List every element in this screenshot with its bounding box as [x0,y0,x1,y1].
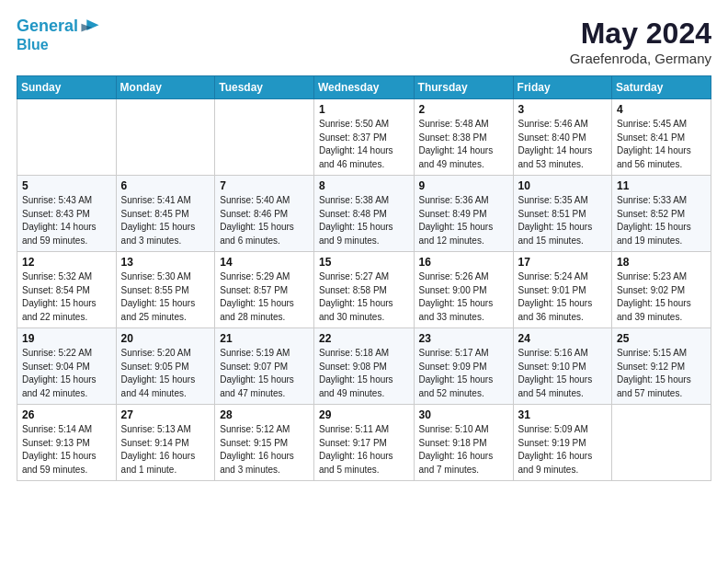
calendar-cell: 17Sunrise: 5:24 AM Sunset: 9:01 PM Dayli… [513,252,611,328]
calendar-cell: 12Sunrise: 5:32 AM Sunset: 8:54 PM Dayli… [17,252,117,328]
day-number: 19 [22,332,111,345]
calendar-cell: 15Sunrise: 5:27 AM Sunset: 8:58 PM Dayli… [314,252,415,328]
calendar-cell: 20Sunrise: 5:20 AM Sunset: 9:05 PM Dayli… [116,328,215,405]
day-number: 1 [319,103,409,116]
calendar-day-header: Thursday [414,76,513,99]
title-block: May 2024 Graefenroda, Germany [570,17,711,66]
calendar-day-header: Saturday [612,76,711,99]
day-info: Sunrise: 5:24 AM Sunset: 9:01 PM Dayligh… [518,270,607,324]
calendar-cell: 18Sunrise: 5:23 AM Sunset: 9:02 PM Dayli… [612,252,711,328]
day-info: Sunrise: 5:41 AM Sunset: 8:45 PM Dayligh… [121,194,210,247]
day-number: 16 [419,256,508,269]
calendar-cell: 26Sunrise: 5:14 AM Sunset: 9:13 PM Dayli… [17,405,117,481]
day-number: 22 [319,332,409,345]
day-number: 23 [419,332,508,345]
logo-text: General [17,17,78,36]
calendar-cell [116,99,215,176]
calendar-cell: 6Sunrise: 5:41 AM Sunset: 8:45 PM Daylig… [116,176,215,252]
calendar: SundayMondayTuesdayWednesdayThursdayFrid… [17,75,711,481]
calendar-cell: 19Sunrise: 5:22 AM Sunset: 9:04 PM Dayli… [17,328,117,405]
day-info: Sunrise: 5:16 AM Sunset: 9:10 PM Dayligh… [518,347,607,400]
calendar-cell: 29Sunrise: 5:11 AM Sunset: 9:17 PM Dayli… [314,405,415,481]
logo-icon [80,17,100,37]
day-info: Sunrise: 5:48 AM Sunset: 8:38 PM Dayligh… [419,118,508,171]
day-info: Sunrise: 5:14 AM Sunset: 9:13 PM Dayligh… [22,423,111,477]
calendar-cell: 3Sunrise: 5:46 AM Sunset: 8:40 PM Daylig… [513,99,611,176]
day-number: 10 [518,179,607,192]
day-info: Sunrise: 5:15 AM Sunset: 9:12 PM Dayligh… [617,347,706,400]
day-info: Sunrise: 5:19 AM Sunset: 9:07 PM Dayligh… [220,347,309,400]
calendar-cell: 1Sunrise: 5:50 AM Sunset: 8:37 PM Daylig… [314,99,415,176]
logo: General Blue [17,17,100,53]
day-number: 30 [419,408,508,421]
day-number: 13 [121,256,210,269]
calendar-cell: 4Sunrise: 5:45 AM Sunset: 8:41 PM Daylig… [612,99,711,176]
calendar-cell: 16Sunrise: 5:26 AM Sunset: 9:00 PM Dayli… [414,252,513,328]
day-number: 28 [220,408,309,421]
day-number: 15 [319,256,409,269]
calendar-cell: 21Sunrise: 5:19 AM Sunset: 9:07 PM Dayli… [215,328,314,405]
location: Graefenroda, Germany [570,51,711,66]
day-info: Sunrise: 5:43 AM Sunset: 8:43 PM Dayligh… [22,194,111,247]
day-info: Sunrise: 5:33 AM Sunset: 8:52 PM Dayligh… [617,194,706,247]
calendar-cell: 11Sunrise: 5:33 AM Sunset: 8:52 PM Dayli… [612,176,711,252]
day-info: Sunrise: 5:11 AM Sunset: 9:17 PM Dayligh… [319,423,409,477]
day-number: 5 [22,179,111,192]
day-number: 4 [617,103,706,116]
calendar-week-row: 5Sunrise: 5:43 AM Sunset: 8:43 PM Daylig… [17,176,711,252]
day-info: Sunrise: 5:17 AM Sunset: 9:09 PM Dayligh… [419,347,508,400]
day-info: Sunrise: 5:50 AM Sunset: 8:37 PM Dayligh… [319,118,409,171]
calendar-week-row: 12Sunrise: 5:32 AM Sunset: 8:54 PM Dayli… [17,252,711,328]
calendar-cell: 13Sunrise: 5:30 AM Sunset: 8:55 PM Dayli… [116,252,215,328]
day-number: 21 [220,332,309,345]
calendar-cell [612,405,711,481]
day-number: 27 [121,408,210,421]
day-number: 12 [22,256,111,269]
day-info: Sunrise: 5:46 AM Sunset: 8:40 PM Dayligh… [518,118,607,171]
day-number: 26 [22,408,111,421]
day-info: Sunrise: 5:23 AM Sunset: 9:02 PM Dayligh… [617,270,706,324]
calendar-cell: 9Sunrise: 5:36 AM Sunset: 8:49 PM Daylig… [414,176,513,252]
calendar-week-row: 19Sunrise: 5:22 AM Sunset: 9:04 PM Dayli… [17,328,711,405]
day-info: Sunrise: 5:36 AM Sunset: 8:49 PM Dayligh… [419,194,508,247]
day-number: 25 [617,332,706,345]
day-info: Sunrise: 5:12 AM Sunset: 9:15 PM Dayligh… [220,423,309,477]
calendar-day-header: Sunday [17,76,117,99]
calendar-cell: 14Sunrise: 5:29 AM Sunset: 8:57 PM Dayli… [215,252,314,328]
day-info: Sunrise: 5:20 AM Sunset: 9:05 PM Dayligh… [121,347,210,400]
day-number: 24 [518,332,607,345]
day-info: Sunrise: 5:10 AM Sunset: 9:18 PM Dayligh… [419,423,508,477]
calendar-cell: 22Sunrise: 5:18 AM Sunset: 9:08 PM Dayli… [314,328,415,405]
calendar-cell: 31Sunrise: 5:09 AM Sunset: 9:19 PM Dayli… [513,405,611,481]
calendar-day-header: Tuesday [215,76,314,99]
calendar-header-row: SundayMondayTuesdayWednesdayThursdayFrid… [17,76,711,99]
day-number: 11 [617,179,706,192]
calendar-cell: 8Sunrise: 5:38 AM Sunset: 8:48 PM Daylig… [314,176,415,252]
day-number: 14 [220,256,309,269]
calendar-cell: 24Sunrise: 5:16 AM Sunset: 9:10 PM Dayli… [513,328,611,405]
calendar-cell: 23Sunrise: 5:17 AM Sunset: 9:09 PM Dayli… [414,328,513,405]
logo-blue: Blue [17,37,100,53]
calendar-cell: 7Sunrise: 5:40 AM Sunset: 8:46 PM Daylig… [215,176,314,252]
day-number: 9 [419,179,508,192]
day-info: Sunrise: 5:38 AM Sunset: 8:48 PM Dayligh… [319,194,409,247]
calendar-week-row: 26Sunrise: 5:14 AM Sunset: 9:13 PM Dayli… [17,405,711,481]
calendar-cell: 27Sunrise: 5:13 AM Sunset: 9:14 PM Dayli… [116,405,215,481]
calendar-day-header: Wednesday [314,76,415,99]
day-info: Sunrise: 5:26 AM Sunset: 9:00 PM Dayligh… [419,270,508,324]
day-info: Sunrise: 5:40 AM Sunset: 8:46 PM Dayligh… [220,194,309,247]
day-number: 8 [319,179,409,192]
day-info: Sunrise: 5:09 AM Sunset: 9:19 PM Dayligh… [518,423,607,477]
day-info: Sunrise: 5:45 AM Sunset: 8:41 PM Dayligh… [617,118,706,171]
day-number: 6 [121,179,210,192]
calendar-cell: 30Sunrise: 5:10 AM Sunset: 9:18 PM Dayli… [414,405,513,481]
header: General Blue May 2024 Graefenroda, Germa… [17,17,711,66]
day-info: Sunrise: 5:30 AM Sunset: 8:55 PM Dayligh… [121,270,210,324]
day-number: 18 [617,256,706,269]
calendar-day-header: Monday [116,76,215,99]
calendar-cell [215,99,314,176]
calendar-cell [17,99,117,176]
day-info: Sunrise: 5:35 AM Sunset: 8:51 PM Dayligh… [518,194,607,247]
day-number: 17 [518,256,607,269]
page: General Blue May 2024 Graefenroda, Germa… [0,0,728,563]
